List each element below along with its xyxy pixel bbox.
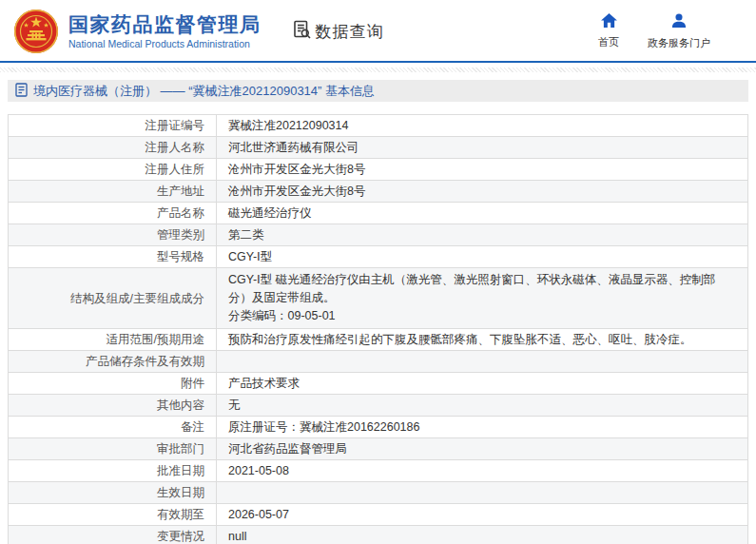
breadcrumb: 境内医疗器械（注册） —— “冀械注准20212090314” 基本信息 [8, 80, 748, 102]
data-query-tab[interactable]: 数据查询 [292, 19, 384, 44]
row-value: null [217, 526, 748, 544]
registration-info-table: 注册证编号冀械注准20212090314注册人名称河北世济通药械有限公司注册人住… [8, 114, 748, 544]
row-value: 河北省药品监督管理局 [217, 438, 748, 460]
table-row: 变更情况null [9, 526, 748, 544]
table-row: 其他内容无 [9, 395, 748, 417]
row-value: 沧州市开发区金光大街8号 [217, 181, 748, 203]
row-label: 有效期至 [9, 504, 217, 526]
row-label: 结构及组成/主要组成成分 [9, 268, 217, 329]
hatch-divider [0, 68, 756, 72]
data-query-icon [292, 19, 313, 44]
table-row: 产品名称磁光通经治疗仪 [9, 203, 748, 224]
table-row: 适用范围/预期用途预防和治疗原发性痛经引起的下腹及腰骶部疼痛、下腹坠胀不适、恶心… [9, 329, 748, 351]
row-value: 2021-05-08 [217, 460, 748, 482]
header-nav: 首页 政务服务门户 [598, 13, 743, 50]
row-value: 河北世济通药械有限公司 [217, 137, 748, 159]
row-value: 产品技术要求 [217, 373, 748, 395]
row-label: 型号规格 [9, 246, 217, 268]
row-label: 管理类别 [9, 224, 217, 246]
nav-home-label: 首页 [598, 35, 619, 49]
table-row: 型号规格CGY-Ⅰ型 [9, 246, 748, 268]
org-subtitle: National Medical Products Administration [68, 38, 262, 49]
info-table-body: 注册证编号冀械注准20212090314注册人名称河北世济通药械有限公司注册人住… [9, 115, 748, 544]
row-value: CGY-Ⅰ型 [217, 246, 748, 268]
row-value: CGY-Ⅰ型 磁光通经治疗仪由主机（激光管、激光照射窗口、环状永磁体、液晶显示器… [217, 268, 748, 329]
row-label: 附件 [9, 373, 217, 395]
row-label: 生效日期 [9, 482, 217, 504]
row-value: 磁光通经治疗仪 [217, 203, 748, 224]
national-emblem-logo [13, 9, 59, 54]
table-row: 生效日期 [9, 482, 748, 504]
document-icon [15, 83, 28, 100]
row-value: 预防和治疗原发性痛经引起的下腹及腰骶部疼痛、下腹坠胀不适、恶心、呕吐、肢冷症。 [217, 329, 748, 351]
row-value: 原注册证号：冀械注准20162260186 [217, 417, 748, 438]
row-label: 其他内容 [9, 395, 217, 417]
row-value: 2026-05-07 [217, 504, 748, 526]
row-value: 沧州市开发区金光大街8号 [217, 159, 748, 181]
row-label: 变更情况 [9, 526, 217, 544]
table-row: 批准日期2021-05-08 [9, 460, 748, 482]
row-label: 适用范围/预期用途 [9, 329, 217, 351]
table-row: 产品储存条件及有效期 [9, 351, 748, 373]
table-row: 生产地址沧州市开发区金光大街8号 [9, 181, 748, 203]
org-title: 国家药品监督管理局 [68, 13, 262, 36]
row-label: 产品储存条件及有效期 [9, 351, 217, 373]
row-label: 产品名称 [9, 203, 217, 224]
page-title: 境内医疗器械（注册） —— “冀械注准20212090314” 基本信息 [33, 83, 375, 100]
nav-gov-portal-label: 政务服务门户 [648, 36, 710, 50]
table-row: 审批部门河北省药品监督管理局 [9, 438, 748, 460]
table-row: 注册人住所沧州市开发区金光大街8号 [9, 159, 748, 181]
row-value: 第二类 [217, 224, 748, 246]
table-row: 注册人名称河北世济通药械有限公司 [9, 137, 748, 159]
row-label: 批准日期 [9, 460, 217, 482]
table-row: 结构及组成/主要组成成分CGY-Ⅰ型 磁光通经治疗仪由主机（激光管、激光照射窗口… [9, 268, 748, 329]
row-label: 备注 [9, 417, 217, 438]
nav-item-home[interactable]: 首页 [598, 13, 619, 50]
home-icon [601, 13, 617, 31]
row-value [217, 351, 748, 373]
data-query-label: 数据查询 [316, 21, 384, 43]
nav-item-gov-portal[interactable]: 政务服务门户 [648, 13, 710, 50]
row-value [217, 482, 748, 504]
row-label: 注册证编号 [9, 115, 217, 137]
table-row: 管理类别第二类 [9, 224, 748, 246]
header-divider [0, 61, 756, 63]
table-row: 注册证编号冀械注准20212090314 [9, 115, 748, 137]
table-row: 有效期至2026-05-07 [9, 504, 748, 526]
row-label: 注册人名称 [9, 137, 217, 159]
row-label: 生产地址 [9, 181, 217, 203]
user-icon [671, 13, 687, 32]
row-value: 冀械注准20212090314 [217, 115, 748, 137]
row-value: 无 [217, 395, 748, 417]
row-label: 审批部门 [9, 438, 217, 460]
table-row: 备注原注册证号：冀械注准20162260186 [9, 417, 748, 438]
row-label: 注册人住所 [9, 159, 217, 181]
page-header: 国家药品监督管理局 National Medical Products Admi… [0, 0, 756, 61]
table-row: 附件产品技术要求 [9, 373, 748, 395]
